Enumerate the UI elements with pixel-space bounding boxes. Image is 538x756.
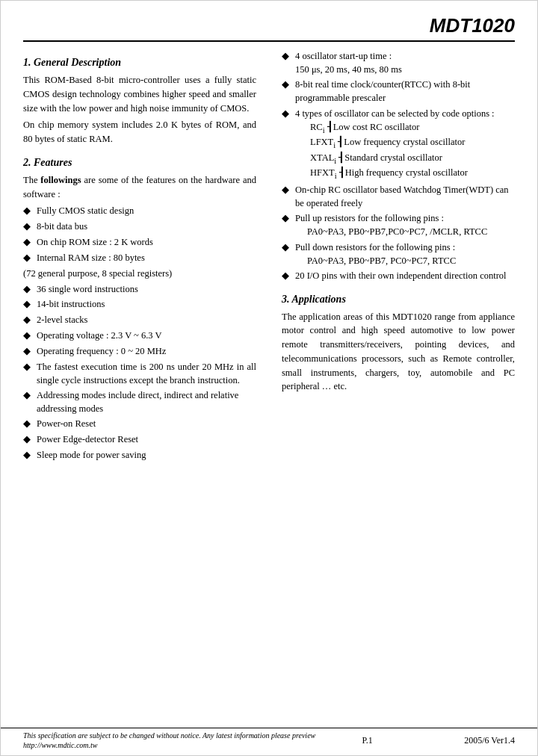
item-text: Pull up resistors for the following pins… xyxy=(295,211,487,238)
item-text: Addressing modes include direct, indirec… xyxy=(37,388,256,415)
bullet-icon: ◆ xyxy=(23,251,34,265)
bullet-icon: ◆ xyxy=(23,417,34,431)
footer-version: 2005/6 Ver1.4 xyxy=(416,735,515,746)
list-item: ◆On chip ROM size : 2 K words xyxy=(23,235,256,250)
item-text: On-chip RC oscillator based Watchdog Tim… xyxy=(295,183,515,210)
list-item: ◆Operating frequency : 0 ~ 20 MHz xyxy=(23,344,256,359)
bullet-icon: ◆ xyxy=(23,204,34,218)
paren-note: (72 general purpose, 8 special registers… xyxy=(23,268,256,279)
section1-para1: This ROM-Based 8-bit micro-controller us… xyxy=(23,73,256,115)
bullet-icon: ◆ xyxy=(23,282,34,297)
list-item: ◆ 8-bit real time clock/counter(RTCC) wi… xyxy=(282,78,515,105)
title-text: MDT1020 xyxy=(430,14,515,37)
list-item: ◆Fully CMOS static design xyxy=(23,204,256,218)
footer: This specification are subject to be cha… xyxy=(1,728,537,755)
item-text: 2-level stacks xyxy=(37,313,87,326)
bullet-icon: ◆ xyxy=(23,297,34,312)
list-item: ◆ On-chip RC oscillator based Watchdog T… xyxy=(282,183,515,210)
oscillator-types: RCi ┨Low cost RC oscillator LFXTi ┨Low f… xyxy=(310,120,495,182)
item-text: Internal RAM size : 80 bytes xyxy=(37,251,145,264)
footer-page: P.1 xyxy=(318,735,417,746)
bullet-icon: ◆ xyxy=(282,78,292,92)
item-text: Fully CMOS static design xyxy=(37,204,134,217)
list-item: ◆ Pull up resistors for the following pi… xyxy=(282,211,515,238)
bullet-icon: ◆ xyxy=(282,269,292,283)
list-item: ◆Sleep mode for power saving xyxy=(23,448,256,462)
item-text: The fastest execution time is 200 ns und… xyxy=(37,360,256,387)
item-text: 4 types of oscillator can be selected by… xyxy=(295,107,495,182)
bullet-icon: ◆ xyxy=(23,329,34,343)
bullet-icon: ◆ xyxy=(23,220,34,234)
features-list-2: ◆36 single word instructions ◆14-bit ins… xyxy=(23,282,256,462)
list-item: ◆36 single word instructions xyxy=(23,282,256,297)
item-text: 36 single word instructions xyxy=(37,282,138,296)
item-text: Pull down resistors for the following pi… xyxy=(295,241,456,267)
pullup-pins: PA0~PA3, PB0~PB7,PC0~PC7, /MCLR, RTCC xyxy=(307,226,487,237)
item-text: Power-on Reset xyxy=(37,417,96,430)
item-text: 14-bit instructions xyxy=(37,297,105,311)
item-text: On chip ROM size : 2 K words xyxy=(37,235,153,249)
list-item: ◆2-level stacks xyxy=(23,313,256,327)
footer-url: http://www.mdtic.com.tw xyxy=(23,741,318,749)
features-list-1: ◆Fully CMOS static design ◆8-bit data bu… xyxy=(23,204,256,264)
list-item: ◆ 20 I/O pins with their own independent… xyxy=(282,269,515,283)
section3-body: The application areas of this MDT1020 ra… xyxy=(282,310,515,394)
page: MDT1020 1. General Description This ROM-… xyxy=(0,0,538,756)
bullet-icon: ◆ xyxy=(23,448,34,462)
section1-title: 1. General Description xyxy=(23,57,256,69)
bullet-icon: ◆ xyxy=(282,183,292,197)
list-item: ◆ The fastest execution time is 200 ns u… xyxy=(23,360,256,387)
bullet-icon: ◆ xyxy=(23,388,34,403)
list-item: ◆14-bit instructions xyxy=(23,297,256,312)
list-item: ◆Internal RAM size : 80 bytes xyxy=(23,251,256,265)
section3-para: The application areas of this MDT1020 ra… xyxy=(282,310,515,394)
bullet-icon: ◆ xyxy=(282,241,292,255)
section3-title: 3. Applications xyxy=(282,294,515,306)
section2-intro: The followings are some of the features … xyxy=(23,173,256,202)
bullet-icon: ◆ xyxy=(23,344,34,359)
bullet-icon: ◆ xyxy=(23,433,34,447)
footer-disclaimer: This specification are subject to be cha… xyxy=(23,731,318,740)
bullet-icon: ◆ xyxy=(23,360,34,374)
item-text: Sleep mode for power saving xyxy=(37,448,146,462)
section2-title: 2. Features xyxy=(23,157,256,169)
list-item: ◆8-bit data bus xyxy=(23,220,256,234)
list-item: ◆ Addressing modes include direct, indir… xyxy=(23,388,256,415)
right-column: ◆ 4 oscillator start-up time : 150 μs, 2… xyxy=(276,49,515,465)
bullet-icon: ◆ xyxy=(23,313,34,327)
item-text: Power Edge-detector Reset xyxy=(37,433,138,446)
bullet-icon: ◆ xyxy=(23,235,34,250)
item-text: 8-bit data bus xyxy=(37,220,87,233)
main-content: 1. General Description This ROM-Based 8-… xyxy=(23,49,515,465)
right-features-list: ◆ 4 oscillator start-up time : 150 μs, 2… xyxy=(282,49,515,283)
list-item: ◆Power Edge-detector Reset xyxy=(23,433,256,447)
section1-body1: This ROM-Based 8-bit micro-controller us… xyxy=(23,73,256,146)
item-text: Operating frequency : 0 ~ 20 MHz xyxy=(37,344,166,358)
list-item: ◆ 4 oscillator start-up time : 150 μs, 2… xyxy=(282,49,515,76)
item-text: 4 oscillator start-up time : 150 μs, 20 … xyxy=(295,49,402,76)
page-title: MDT1020 xyxy=(23,14,515,42)
list-item: ◆Operating voltage : 2.3 V ~ 6.3 V xyxy=(23,329,256,343)
item-text: 20 I/O pins with their own independent d… xyxy=(295,269,507,282)
item-text: Operating voltage : 2.3 V ~ 6.3 V xyxy=(37,329,162,342)
bullet-icon: ◆ xyxy=(282,107,292,121)
bullet-icon: ◆ xyxy=(282,49,292,63)
section1-para2: On chip memory system includes 2.0 K byt… xyxy=(23,118,256,146)
list-item: ◆Power-on Reset xyxy=(23,417,256,431)
left-column: 1. General Description This ROM-Based 8-… xyxy=(23,49,262,465)
list-item: ◆ Pull down resistors for the following … xyxy=(282,241,515,267)
item-text: 8-bit real time clock/counter(RTCC) with… xyxy=(295,78,515,105)
list-item: ◆ 4 types of oscillator can be selected … xyxy=(282,107,515,182)
pulldown-pins: PA0~PA3, PB0~PB7, PC0~PC7, RTCC xyxy=(307,255,456,266)
footer-left-block: This specification are subject to be cha… xyxy=(23,731,318,749)
bullet-icon: ◆ xyxy=(282,211,292,226)
